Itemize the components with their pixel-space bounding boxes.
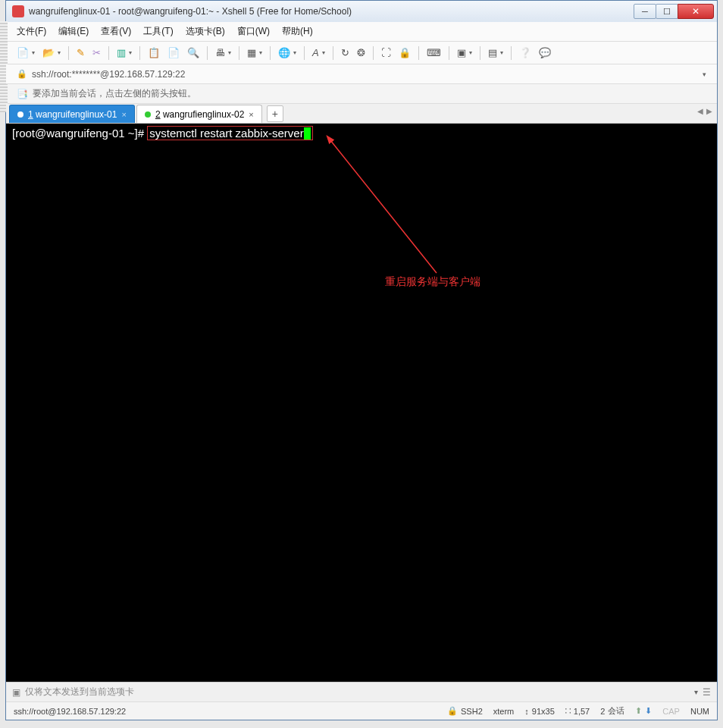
close-tab-icon[interactable]: × [249, 110, 253, 119]
cursor [304, 127, 311, 140]
close-tab-icon[interactable]: × [121, 110, 126, 119]
minimize-button[interactable] [634, 4, 656, 19]
menu-help[interactable]: 帮助(H) [282, 25, 313, 38]
tile-icon[interactable]: ▤ [488, 47, 497, 58]
help-icon[interactable]: ❔ [519, 47, 531, 58]
font-icon[interactable]: A [312, 47, 319, 58]
session-tab-1[interactable]: 1 wangruifenglinux-01 × [9, 105, 135, 123]
menu-tabs[interactable]: 选项卡(B) [186, 25, 225, 38]
address-text[interactable]: ssh://root:********@192.168.57.129:22 [32, 69, 185, 80]
keyboard-icon[interactable]: ⌨ [427, 47, 441, 58]
lock-icon[interactable]: 🔒 [399, 47, 411, 58]
compose-menu-icon[interactable]: ☰ [703, 687, 711, 698]
copy-icon[interactable]: 📋 [148, 47, 160, 58]
new-tab-button[interactable]: + [267, 105, 283, 122]
app-icon [12, 5, 24, 17]
status-connection: 🔒 SSH2 [447, 706, 483, 716]
shell-prompt: [root@wangruifeng-01 ~]# [12, 127, 147, 140]
paste-icon[interactable]: 📄 [167, 47, 180, 58]
globe-icon[interactable]: 🌐 [278, 47, 290, 58]
reconnect-icon[interactable]: ✎ [77, 47, 85, 58]
upload-icon: ⬆ [635, 706, 642, 716]
svg-line-0 [330, 140, 437, 273]
menu-view[interactable]: 查看(V) [101, 25, 131, 38]
tab-prev-icon[interactable]: ◀ [697, 107, 703, 115]
toolbar: 📄▾ 📂▾ ✎ ✂ ▥▾ 📋 📄 🔍 🖶▾ ▦▾ 🌐▾ A▾ ↻ ❂ ⛶ 🔒 ⌨… [6, 42, 717, 64]
status-size: ↕ 91x35 [524, 707, 554, 716]
command-highlight: systemctl restart zabbix-server [147, 126, 312, 140]
menu-edit[interactable]: 编辑(E) [58, 25, 89, 38]
maximize-button[interactable] [656, 4, 678, 19]
annotation-arrow-icon [323, 133, 474, 284]
properties-icon[interactable]: ▥ [117, 47, 126, 58]
status-bar: ssh://root@192.168.57.129:22 🔒 SSH2 xter… [6, 701, 717, 720]
tab-row: 1 wangruifenglinux-01 × 2 wangrufienglin… [6, 104, 717, 124]
titlebar: wangruifenglinux-01 - root@wangruifeng-0… [6, 1, 717, 22]
lock-icon: 🔒 [17, 69, 27, 79]
status-path: ssh://root@192.168.57.129:22 [14, 707, 437, 716]
status-dot-icon [145, 111, 151, 118]
close-button[interactable] [678, 4, 714, 19]
status-sessions: 2 会话 [600, 705, 624, 717]
compose-bar: ▣ 仅将文本发送到当前选项卡 ▾ ☰ [6, 682, 717, 701]
menu-window[interactable]: 窗口(W) [237, 25, 270, 38]
compose-dropdown-icon[interactable]: ▾ [694, 688, 698, 696]
compose-input[interactable]: 仅将文本发送到当前选项卡 [25, 686, 690, 698]
layout-icon[interactable]: ▦ [247, 47, 256, 58]
find-icon[interactable]: 🔍 [187, 47, 199, 58]
annotation-text: 重启服务端与客户端 [385, 275, 480, 289]
menu-file[interactable]: 文件(F) [17, 25, 46, 38]
terminal[interactable]: [root@wangruifeng-01 ~]# systemctl resta… [6, 124, 717, 682]
status-num: NUM [690, 707, 709, 716]
history-icon[interactable]: ↻ [341, 47, 349, 58]
menu-tools[interactable]: 工具(T) [143, 25, 173, 38]
status-term: xterm [493, 707, 515, 716]
print-icon[interactable]: 🖶 [215, 47, 225, 58]
add-session-icon[interactable]: 📑 [17, 89, 28, 99]
new-session-icon[interactable]: 📄 [17, 47, 29, 58]
addtab-icon[interactable]: ▣ [457, 47, 466, 58]
chat-icon[interactable]: 💬 [539, 47, 551, 58]
tip-bar: 📑 要添加当前会话，点击左侧的箭头按钮。 [6, 84, 717, 104]
window-title: wangruifenglinux-01 - root@wangruifeng-0… [29, 6, 634, 17]
tip-text: 要添加当前会话，点击左侧的箭头按钮。 [33, 87, 196, 100]
status-dot-icon [17, 111, 23, 118]
disconnect-icon[interactable]: ✂ [92, 47, 101, 58]
menubar: 文件(F) 编辑(E) 查看(V) 工具(T) 选项卡(B) 窗口(W) 帮助(… [6, 22, 717, 42]
address-dropdown-icon[interactable]: ▾ [703, 71, 706, 78]
status-pos: ⸬ 1,57 [565, 706, 590, 716]
fullscreen-icon[interactable]: ⛶ [381, 47, 391, 58]
session-tab-2[interactable]: 2 wangrufienglinux-02 × [136, 105, 262, 123]
compose-icon[interactable]: ▣ [12, 687, 20, 698]
open-icon[interactable]: 📂 [42, 47, 55, 58]
compass-icon[interactable]: ❂ [357, 47, 365, 58]
status-cap: CAP [662, 707, 680, 716]
address-bar: 🔒 ssh://root:********@192.168.57.129:22 … [6, 64, 717, 84]
tab-next-icon[interactable]: ▶ [706, 107, 712, 115]
download-icon: ⬇ [645, 706, 652, 716]
